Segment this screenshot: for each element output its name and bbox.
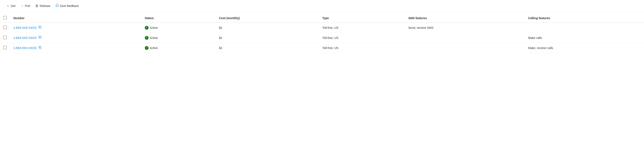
phone-numbers-table: Number Status Cost (monthly) Type SMS fe… xyxy=(0,14,644,53)
trash-icon: 🗑 xyxy=(35,4,38,8)
status-text-2: Active xyxy=(150,46,158,50)
copy-icon-1[interactable] xyxy=(38,36,42,39)
cell-calling-0 xyxy=(525,23,644,33)
cell-number-1: 1-833-XXX-XXXX xyxy=(10,33,142,43)
col-header-calling: Calling features xyxy=(525,14,644,23)
table-row: 1-833-XXX-XXXX Active $2 Toll-free, US M… xyxy=(0,33,644,43)
svg-rect-1 xyxy=(40,37,41,39)
cell-sms-0: Send, receive SMS xyxy=(405,23,525,33)
plus-icon: ＋ xyxy=(6,4,10,8)
row-checkbox-0[interactable] xyxy=(3,26,7,29)
status-text-1: Active xyxy=(150,36,158,40)
cell-type-2: Toll-free, US xyxy=(319,43,405,53)
feedback-button[interactable]: Give feedback xyxy=(54,3,81,9)
cell-status-2: Active xyxy=(142,43,216,53)
cell-cost-1: $2 xyxy=(216,33,319,43)
cell-calling-2: Make, receive calls xyxy=(525,43,644,53)
row-checkbox-1[interactable] xyxy=(3,36,7,39)
table-row: 1-833-XXX-XXXX Active $2 Toll-free, US S… xyxy=(0,23,644,33)
port-button[interactable]: → Port xyxy=(18,3,32,9)
arrow-right-icon: → xyxy=(20,4,24,8)
cell-type-0: Toll-free, US xyxy=(319,23,405,33)
release-label: Release xyxy=(40,4,50,8)
active-status-icon-1 xyxy=(145,36,148,40)
cell-sms-1 xyxy=(405,33,525,43)
get-button[interactable]: ＋ Get xyxy=(4,3,18,9)
copy-icon-0[interactable] xyxy=(38,26,42,29)
cell-cost-2: $2 xyxy=(216,43,319,53)
cell-cost-0: $2 xyxy=(216,23,319,33)
active-status-icon-2 xyxy=(145,46,148,50)
toolbar: ＋ Get → Port 🗑 Release Give feedback xyxy=(0,0,644,12)
svg-rect-0 xyxy=(40,27,41,28)
table-row: 1-833-XXX-XXXX Active $2 Toll-free, US M… xyxy=(0,43,644,53)
cell-number-0: 1-833-XXX-XXXX xyxy=(10,23,142,33)
svg-rect-2 xyxy=(40,47,41,49)
row-checkbox-2[interactable] xyxy=(3,46,7,49)
phone-numbers-table-container: Number Status Cost (monthly) Type SMS fe… xyxy=(0,12,644,55)
cell-number-2: 1-833-XXX-XXXX xyxy=(10,43,142,53)
cell-status-1: Active xyxy=(142,33,216,43)
feedback-label: Give feedback xyxy=(60,4,79,8)
select-all-checkbox[interactable] xyxy=(3,16,7,19)
phone-number-link-0[interactable]: 1-833-XXX-XXXX xyxy=(14,26,37,30)
status-text-0: Active xyxy=(150,26,158,30)
col-header-cost: Cost (monthly) xyxy=(216,14,319,23)
cell-calling-1: Make calls xyxy=(525,33,644,43)
col-header-status: Status xyxy=(142,14,216,23)
cell-sms-2 xyxy=(405,43,525,53)
phone-number-link-2[interactable]: 1-833-XXX-XXXX xyxy=(14,46,37,50)
col-header-number: Number xyxy=(10,14,142,23)
port-label: Port xyxy=(25,4,30,8)
feedback-icon xyxy=(56,4,59,8)
col-header-sms: SMS features xyxy=(405,14,525,23)
active-status-icon-0 xyxy=(145,26,148,30)
cell-status-0: Active xyxy=(142,23,216,33)
phone-number-link-1[interactable]: 1-833-XXX-XXXX xyxy=(14,36,37,40)
get-label: Get xyxy=(11,4,16,8)
release-button[interactable]: 🗑 Release xyxy=(33,3,52,9)
cell-type-1: Toll-free, US xyxy=(319,33,405,43)
copy-icon-2[interactable] xyxy=(38,46,42,49)
col-header-type: Type xyxy=(319,14,405,23)
